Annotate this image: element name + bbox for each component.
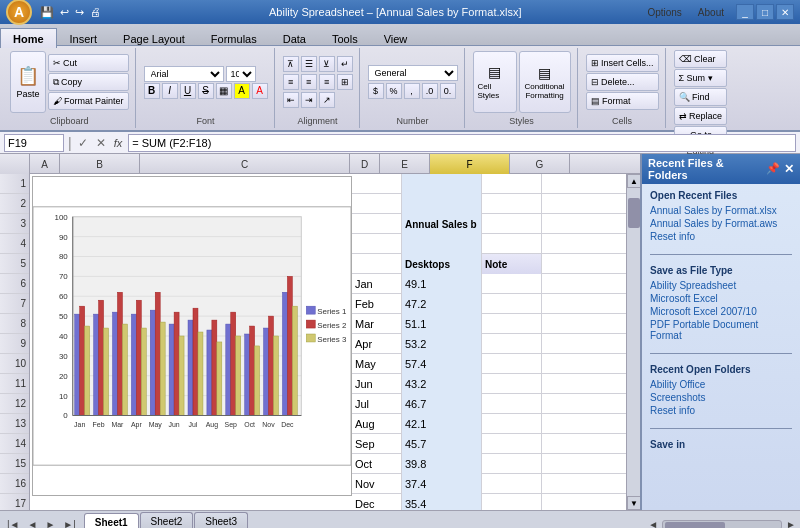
comma-button[interactable]: ,	[404, 83, 420, 99]
cell-f10[interactable]: 57.4	[402, 354, 482, 374]
row-num-11[interactable]: 11	[0, 374, 29, 394]
orient-button[interactable]: ↗	[319, 92, 335, 108]
cell-e3[interactable]	[352, 214, 402, 234]
tab-view[interactable]: View	[371, 28, 421, 48]
indent-more-button[interactable]: ⇥	[301, 92, 317, 108]
bold-button[interactable]: B	[144, 83, 160, 99]
cell-e17[interactable]: Dec	[352, 494, 402, 510]
row-num-4[interactable]: 4	[0, 234, 29, 254]
close-btn[interactable]: ✕	[776, 4, 794, 20]
delete-button[interactable]: ⊟ Delete...	[586, 73, 659, 91]
italic-button[interactable]: I	[162, 83, 178, 99]
cell-reference-input[interactable]	[4, 134, 64, 152]
col-header-g[interactable]: G	[510, 154, 570, 174]
cell-f16[interactable]: 37.4	[402, 474, 482, 494]
cell-f3[interactable]: Annual Sales b	[402, 214, 482, 234]
formula-input[interactable]	[128, 134, 796, 152]
options-btn[interactable]: Options	[643, 7, 685, 18]
align-right-button[interactable]: ≡	[319, 74, 335, 90]
folder-screenshots[interactable]: Screenshots	[650, 392, 792, 403]
align-middle-button[interactable]: ☰	[301, 56, 317, 72]
col-header-f[interactable]: F	[430, 154, 510, 174]
cell-e9[interactable]: Apr	[352, 334, 402, 354]
undo-quick-btn[interactable]: ↩	[58, 5, 71, 20]
col-header-d[interactable]: D	[350, 154, 380, 174]
saveas-excel-2007[interactable]: Microsoft Excel 2007/10	[650, 306, 792, 317]
sheet-tab-1[interactable]: Sheet1	[84, 513, 139, 528]
row-num-16[interactable]: 16	[0, 474, 29, 494]
align-bottom-button[interactable]: ⊻	[319, 56, 335, 72]
cell-e4[interactable]	[352, 234, 402, 254]
cell-g14[interactable]	[482, 434, 542, 454]
align-top-button[interactable]: ⊼	[283, 56, 299, 72]
col-header-a[interactable]: A	[30, 154, 60, 174]
cell-e16[interactable]: Nov	[352, 474, 402, 494]
increase-decimal-button[interactable]: .0	[422, 83, 438, 99]
cell-g17[interactable]	[482, 494, 542, 510]
panel-close-btn[interactable]: ✕	[784, 162, 794, 176]
sheet-nav-last[interactable]: ►|	[60, 519, 79, 528]
reset-folders-btn[interactable]: Reset info	[650, 405, 792, 416]
cell-e1[interactable]	[352, 174, 402, 194]
formula-fx-btn[interactable]: fx	[112, 137, 125, 149]
cell-g7[interactable]	[482, 294, 542, 314]
cell-g11[interactable]	[482, 374, 542, 394]
clear-button[interactable]: ⌫ Clear	[674, 50, 728, 68]
cell-e12[interactable]: Jul	[352, 394, 402, 414]
cell-f4[interactable]	[402, 234, 482, 254]
tab-insert[interactable]: Insert	[57, 28, 111, 48]
cell-g6[interactable]	[482, 274, 542, 294]
formula-cancel-btn[interactable]: ✕	[94, 136, 108, 150]
cell-g9[interactable]	[482, 334, 542, 354]
merge-button[interactable]: ⊞	[337, 74, 353, 90]
copy-button[interactable]: ⧉Copy	[48, 73, 129, 91]
wrap-text-button[interactable]: ↵	[337, 56, 353, 72]
office-button[interactable]: A	[6, 0, 32, 25]
row-num-12[interactable]: 12	[0, 394, 29, 414]
row-num-1[interactable]: 1	[0, 174, 29, 194]
find-button[interactable]: 🔍 Find	[674, 88, 728, 106]
align-center-button[interactable]: ≡	[301, 74, 317, 90]
cell-e13[interactable]: Aug	[352, 414, 402, 434]
row-num-3[interactable]: 3	[0, 214, 29, 234]
cell-g15[interactable]	[482, 454, 542, 474]
row-num-17[interactable]: 17	[0, 494, 29, 510]
currency-button[interactable]: $	[368, 83, 384, 99]
row-num-13[interactable]: 13	[0, 414, 29, 434]
tab-home[interactable]: Home	[0, 28, 57, 48]
tab-data[interactable]: Data	[270, 28, 319, 48]
cell-g16[interactable]	[482, 474, 542, 494]
cell-g3[interactable]	[482, 214, 542, 234]
row-num-5[interactable]: 5	[0, 254, 29, 274]
cell-e5[interactable]	[352, 254, 402, 274]
col-header-c[interactable]: C	[140, 154, 350, 174]
print-quick-btn[interactable]: 🖨	[88, 5, 103, 19]
row-num-6[interactable]: 6	[0, 274, 29, 294]
cell-styles-button[interactable]: ▤ Cell Styles	[473, 51, 517, 113]
saveas-ability[interactable]: Ability Spreadsheet	[650, 280, 792, 291]
tab-formulas[interactable]: Formulas	[198, 28, 270, 48]
cell-e6[interactable]: Jan	[352, 274, 402, 294]
scroll-down-btn[interactable]: ▼	[627, 496, 640, 510]
recent-file-1[interactable]: Annual Sales by Format.xlsx	[650, 205, 792, 216]
font-color-button[interactable]: A	[252, 83, 268, 99]
sheet-tab-2[interactable]: Sheet2	[140, 512, 194, 528]
font-name-select[interactable]: Arial	[144, 66, 224, 82]
minimize-btn[interactable]: _	[736, 4, 754, 20]
hscroll-left[interactable]: ◄	[648, 519, 658, 528]
cell-e14[interactable]: Sep	[352, 434, 402, 454]
saveas-pdf[interactable]: PDF Portable Document Format	[650, 319, 792, 341]
cell-e15[interactable]: Oct	[352, 454, 402, 474]
strikethrough-button[interactable]: S	[198, 83, 214, 99]
row-num-8[interactable]: 8	[0, 314, 29, 334]
cell-e10[interactable]: May	[352, 354, 402, 374]
underline-button[interactable]: U	[180, 83, 196, 99]
sum-button[interactable]: Σ Sum ▾	[674, 69, 728, 87]
cell-e8[interactable]: Mar	[352, 314, 402, 334]
cell-f13[interactable]: 42.1	[402, 414, 482, 434]
cell-f14[interactable]: 45.7	[402, 434, 482, 454]
format-button[interactable]: ▤ Format	[586, 92, 659, 110]
save-quick-btn[interactable]: 💾	[38, 5, 56, 20]
decrease-decimal-button[interactable]: 0.	[440, 83, 456, 99]
cell-e7[interactable]: Feb	[352, 294, 402, 314]
